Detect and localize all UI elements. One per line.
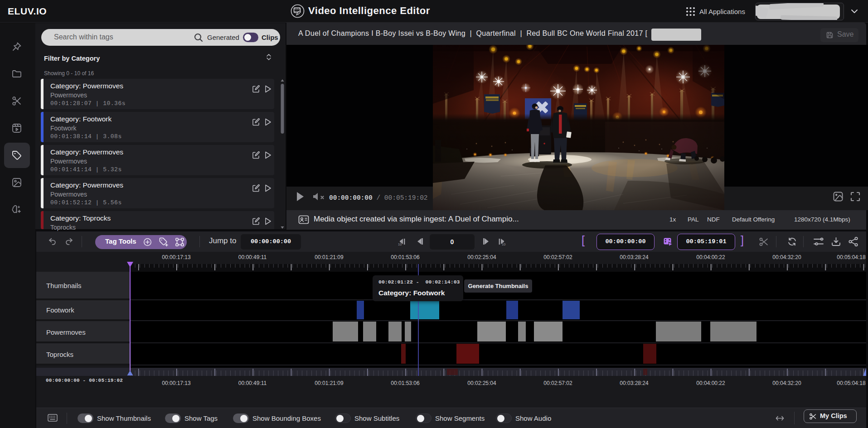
svg-text:10: 10: [502, 242, 505, 246]
svg-text:10: 10: [398, 242, 402, 246]
